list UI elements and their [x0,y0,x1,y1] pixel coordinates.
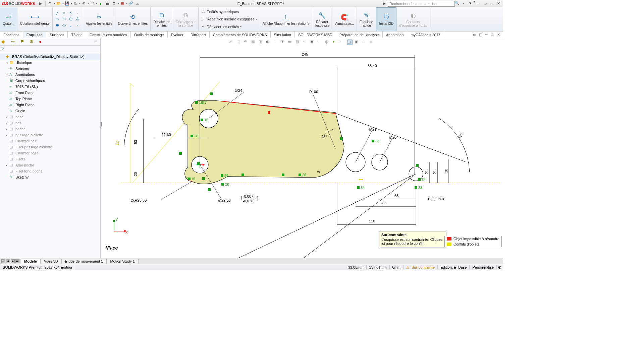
doc-win-btn-4[interactable]: ✕ [497,32,502,37]
dim-tab-icon[interactable]: ⊕ [30,39,36,45]
config-tab-icon[interactable]: ⚑ [20,39,26,45]
filter-icon[interactable]: ▽ [1,47,4,51]
tab-outils-de-moulage[interactable]: Outils de moulage [131,31,168,38]
pattern-group[interactable]: ⮎Entités symétriques ⋮⋮Répétition linéai… [199,7,260,31]
tab-dimxpert[interactable]: DimXpert [187,31,210,38]
bottom-tab-etude-de-mouvement-1[interactable]: Etude de mouvement 1 [62,259,107,264]
tab-compléments-de-solidworks[interactable]: Compléments de SOLIDWORKS [210,31,271,38]
appearance-tab-icon[interactable]: ● [39,39,45,45]
svg-text:11,60: 11,60 [162,133,171,137]
instant2d-button[interactable]: ⎔ Instant2D [376,7,396,31]
gear-icon[interactable]: ⚙ [111,0,117,7]
smart-dimension-button[interactable]: ⟷ Cotation intelligente [17,7,53,31]
tab-préparation-de-l'analyse[interactable]: Préparation de l'analyse [336,31,383,38]
snap-button[interactable]: 🧲 Aimantatio... [332,7,357,31]
sketch-canvas[interactable]: 1627 28 16 2715 26 26 28 33 34 34 33 [101,38,503,258]
svg-text:28: 28 [194,134,198,138]
tree-label: nez [15,121,21,125]
tree-item[interactable]: ▱Front Plane [0,90,100,96]
minimize-icon[interactable]: ─ [475,0,482,7]
panel-handle[interactable] [101,122,102,127]
tab-solidworks-mbd[interactable]: SOLIDWORKS MBD [295,31,336,38]
trim-button[interactable]: ✂ Ajuster les entités [83,7,115,31]
tree-item[interactable]: ▱Top Plane [0,96,100,102]
select-icon[interactable]: ⬚ [89,0,96,7]
tree-item[interactable]: ▸◫base [0,114,100,120]
svg-text:28°: 28° [321,135,327,139]
doc-win-btn-1[interactable]: ▢ [479,32,484,37]
tree-item[interactable]: ◫Fillet1 [0,156,100,162]
tree-item[interactable]: ▣Corps volumiques [0,78,100,84]
maximize-icon[interactable]: □ [488,0,495,7]
status-zoom-icon[interactable]: ◐ [497,265,503,269]
constraint-tooltip[interactable]: Sur-contrainte L'esquisse est sur-contra… [379,231,446,247]
cloud-icon[interactable]: ☁ [134,0,141,7]
tree-item[interactable]: ▱Right Plane [0,102,100,108]
expand-panel-icon[interactable]: » [94,39,100,45]
tree-item[interactable]: ▸AAnnotations [0,72,100,78]
tab-fonctions[interactable]: Fonctions [0,31,23,38]
tab-mycadtools-2017[interactable]: myCADtools 2017 [407,31,444,38]
options-icon[interactable]: ☰ [104,0,111,7]
sketch-tools[interactable]: ╱○∿· ▭◠⬠A ⬬⬭◟▫ [53,7,83,31]
tree-item[interactable]: ≡7075-T6 (SN) [0,84,100,90]
close-icon[interactable]: ✕ [495,0,502,7]
repair-button[interactable]: 🔧 Réparer l'esquisse [312,7,333,31]
tree-item[interactable]: ◎Sensors [0,66,100,72]
prev-tab-icon[interactable]: ◀ [6,259,10,263]
open-icon[interactable]: 📂 [55,0,62,7]
tab-annotation[interactable]: Annotation [383,31,408,38]
new-icon[interactable]: 🗋 [47,0,54,7]
search-toggle-icon[interactable]: ▶ [381,0,388,7]
tree-item[interactable]: ▸◫Ame poche [0,162,100,168]
bottom-tab-modèle[interactable]: Modèle [21,259,41,264]
tab-simulation[interactable]: Simulation [271,31,295,38]
tree-item[interactable]: ✎Sketch7 [0,174,100,180]
tab-tôlerie[interactable]: Tôlerie [68,31,86,38]
tree-item[interactable]: ▸◫passage biellette [0,132,100,138]
save-icon[interactable]: 💾 [64,0,70,7]
tree-item[interactable]: ◫Fillet passage biellette [0,144,100,150]
tab-surfaces[interactable]: Surfaces [46,31,68,38]
addin-icon[interactable]: ▦ [119,0,126,7]
last-tab-icon[interactable]: ⏭ [15,259,19,263]
status-constraint[interactable]: ⚠Sur-contrainte [404,265,438,269]
tree-item[interactable]: ↳Origin [0,108,100,114]
tree-item[interactable]: ◫Chamfer base [0,150,100,156]
link-icon[interactable]: 🔗 [127,0,134,7]
tree-item[interactable]: ▸📁Historique [0,60,100,66]
search-icon[interactable]: 🔍 [455,1,460,6]
tab-constructions-soudées[interactable]: Constructions soudées [86,31,131,38]
doc-win-btn-3[interactable]: □ [491,32,496,37]
search-input[interactable]: Rechercher des commandes [388,1,455,7]
tree-root[interactable]: ◆ BRAS (Default<<Default>_Display State … [0,54,100,60]
feature-tree-icon[interactable]: ◆ [1,39,7,45]
svg-rect-25 [197,162,200,165]
rapid-sketch-button[interactable]: ✎ Esquisse rapide [357,7,376,31]
property-tab-icon[interactable]: ☰ [11,39,17,45]
convert-button[interactable]: ⟲ Convertir les entités [115,7,151,31]
tab-esquisse[interactable]: Esquisse [23,31,46,38]
offset-button[interactable]: ⧉ Décaler les entités [151,7,173,31]
tree-item[interactable]: ◫Chamfer nez [0,138,100,144]
first-tab-icon[interactable]: ⏮ [1,259,5,263]
svg-line-66 [380,139,392,162]
arrow-icon[interactable]: ▶ [37,0,44,7]
help-icon[interactable]: ? [467,0,473,7]
next-tab-icon[interactable]: ▶ [11,259,15,263]
print-icon[interactable]: 🖶 [72,0,79,7]
relations-button[interactable]: ⊥ Afficher/Supprimer les relations [260,7,312,31]
tab-evaluer[interactable]: Evaluer [168,31,187,38]
doc-win-btn-0[interactable]: ▭ [473,32,478,37]
tree-item[interactable]: ▸◫poche [0,126,100,132]
undo-icon[interactable]: ↶ [80,0,87,7]
rebuild-icon[interactable]: ● [97,0,104,7]
exit-sketch-button[interactable]: ⮐ Quitte... [0,7,17,31]
doc-win-btn-2[interactable]: ─ [485,32,490,37]
status-custom[interactable]: Personnalisé [470,265,497,269]
tree-item[interactable]: ◫Fillet fond poche [0,168,100,174]
tree-item[interactable]: ▸◫nez [0,120,100,126]
bottom-tab-motion-study-1[interactable]: Motion Study 1 [107,259,138,264]
bottom-tab-vues-3d[interactable]: Vues 3D [41,259,62,264]
restore-icon[interactable]: ▭ [482,0,488,7]
